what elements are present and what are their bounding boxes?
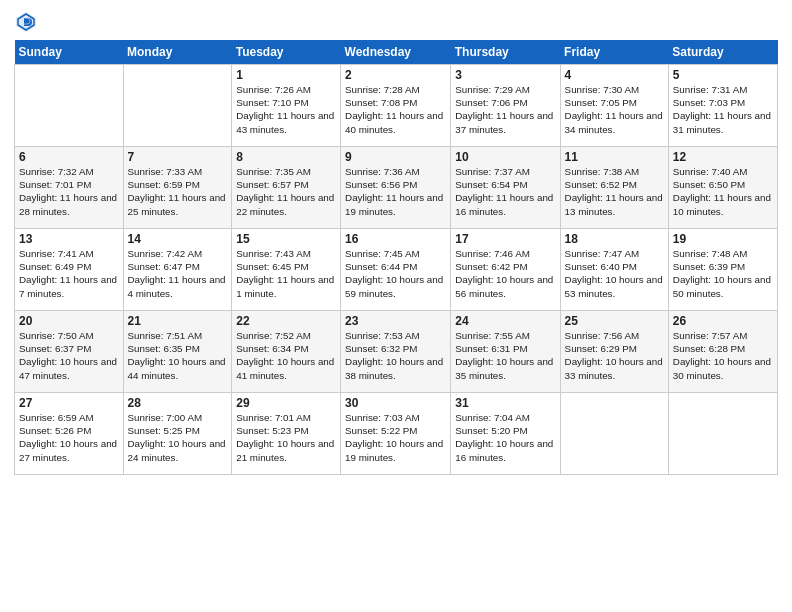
day-info: Sunrise: 7:28 AM Sunset: 7:08 PM Dayligh… bbox=[345, 83, 446, 136]
day-info: Sunrise: 7:01 AM Sunset: 5:23 PM Dayligh… bbox=[236, 411, 336, 464]
day-info: Sunrise: 7:48 AM Sunset: 6:39 PM Dayligh… bbox=[673, 247, 773, 300]
day-cell: 30Sunrise: 7:03 AM Sunset: 5:22 PM Dayli… bbox=[341, 393, 451, 475]
weekday-header-wednesday: Wednesday bbox=[341, 40, 451, 65]
day-cell: 18Sunrise: 7:47 AM Sunset: 6:40 PM Dayli… bbox=[560, 229, 668, 311]
day-cell: 4Sunrise: 7:30 AM Sunset: 7:05 PM Daylig… bbox=[560, 65, 668, 147]
day-number: 26 bbox=[673, 314, 773, 328]
day-cell: 25Sunrise: 7:56 AM Sunset: 6:29 PM Dayli… bbox=[560, 311, 668, 393]
week-row-1: 1Sunrise: 7:26 AM Sunset: 7:10 PM Daylig… bbox=[15, 65, 778, 147]
day-info: Sunrise: 7:26 AM Sunset: 7:10 PM Dayligh… bbox=[236, 83, 336, 136]
day-number: 29 bbox=[236, 396, 336, 410]
weekday-header-saturday: Saturday bbox=[668, 40, 777, 65]
day-cell: 23Sunrise: 7:53 AM Sunset: 6:32 PM Dayli… bbox=[341, 311, 451, 393]
day-cell bbox=[123, 65, 232, 147]
day-number: 4 bbox=[565, 68, 664, 82]
day-info: Sunrise: 7:33 AM Sunset: 6:59 PM Dayligh… bbox=[128, 165, 228, 218]
header bbox=[14, 10, 778, 34]
day-cell: 31Sunrise: 7:04 AM Sunset: 5:20 PM Dayli… bbox=[451, 393, 560, 475]
day-number: 20 bbox=[19, 314, 119, 328]
day-number: 28 bbox=[128, 396, 228, 410]
day-cell: 26Sunrise: 7:57 AM Sunset: 6:28 PM Dayli… bbox=[668, 311, 777, 393]
day-number: 16 bbox=[345, 232, 446, 246]
day-number: 30 bbox=[345, 396, 446, 410]
day-number: 23 bbox=[345, 314, 446, 328]
day-cell: 22Sunrise: 7:52 AM Sunset: 6:34 PM Dayli… bbox=[232, 311, 341, 393]
day-number: 17 bbox=[455, 232, 555, 246]
day-info: Sunrise: 7:56 AM Sunset: 6:29 PM Dayligh… bbox=[565, 329, 664, 382]
weekday-header-tuesday: Tuesday bbox=[232, 40, 341, 65]
day-number: 1 bbox=[236, 68, 336, 82]
day-number: 10 bbox=[455, 150, 555, 164]
day-info: Sunrise: 7:41 AM Sunset: 6:49 PM Dayligh… bbox=[19, 247, 119, 300]
day-info: Sunrise: 7:50 AM Sunset: 6:37 PM Dayligh… bbox=[19, 329, 119, 382]
day-cell: 8Sunrise: 7:35 AM Sunset: 6:57 PM Daylig… bbox=[232, 147, 341, 229]
day-number: 31 bbox=[455, 396, 555, 410]
day-info: Sunrise: 7:55 AM Sunset: 6:31 PM Dayligh… bbox=[455, 329, 555, 382]
day-number: 22 bbox=[236, 314, 336, 328]
day-info: Sunrise: 7:57 AM Sunset: 6:28 PM Dayligh… bbox=[673, 329, 773, 382]
day-number: 14 bbox=[128, 232, 228, 246]
day-number: 18 bbox=[565, 232, 664, 246]
day-cell bbox=[668, 393, 777, 475]
day-number: 13 bbox=[19, 232, 119, 246]
day-cell: 19Sunrise: 7:48 AM Sunset: 6:39 PM Dayli… bbox=[668, 229, 777, 311]
day-cell: 12Sunrise: 7:40 AM Sunset: 6:50 PM Dayli… bbox=[668, 147, 777, 229]
weekday-header-sunday: Sunday bbox=[15, 40, 124, 65]
week-row-5: 27Sunrise: 6:59 AM Sunset: 5:26 PM Dayli… bbox=[15, 393, 778, 475]
day-number: 5 bbox=[673, 68, 773, 82]
day-info: Sunrise: 7:53 AM Sunset: 6:32 PM Dayligh… bbox=[345, 329, 446, 382]
day-info: Sunrise: 7:35 AM Sunset: 6:57 PM Dayligh… bbox=[236, 165, 336, 218]
day-cell: 16Sunrise: 7:45 AM Sunset: 6:44 PM Dayli… bbox=[341, 229, 451, 311]
day-cell: 14Sunrise: 7:42 AM Sunset: 6:47 PM Dayli… bbox=[123, 229, 232, 311]
day-info: Sunrise: 7:31 AM Sunset: 7:03 PM Dayligh… bbox=[673, 83, 773, 136]
day-info: Sunrise: 7:37 AM Sunset: 6:54 PM Dayligh… bbox=[455, 165, 555, 218]
day-cell bbox=[560, 393, 668, 475]
day-cell: 3Sunrise: 7:29 AM Sunset: 7:06 PM Daylig… bbox=[451, 65, 560, 147]
day-info: Sunrise: 7:46 AM Sunset: 6:42 PM Dayligh… bbox=[455, 247, 555, 300]
day-number: 19 bbox=[673, 232, 773, 246]
day-info: Sunrise: 7:03 AM Sunset: 5:22 PM Dayligh… bbox=[345, 411, 446, 464]
day-cell: 6Sunrise: 7:32 AM Sunset: 7:01 PM Daylig… bbox=[15, 147, 124, 229]
week-row-4: 20Sunrise: 7:50 AM Sunset: 6:37 PM Dayli… bbox=[15, 311, 778, 393]
day-cell: 15Sunrise: 7:43 AM Sunset: 6:45 PM Dayli… bbox=[232, 229, 341, 311]
week-row-2: 6Sunrise: 7:32 AM Sunset: 7:01 PM Daylig… bbox=[15, 147, 778, 229]
logo bbox=[14, 10, 42, 34]
day-number: 2 bbox=[345, 68, 446, 82]
day-cell: 17Sunrise: 7:46 AM Sunset: 6:42 PM Dayli… bbox=[451, 229, 560, 311]
logo-icon bbox=[14, 10, 38, 34]
day-info: Sunrise: 7:47 AM Sunset: 6:40 PM Dayligh… bbox=[565, 247, 664, 300]
day-info: Sunrise: 7:04 AM Sunset: 5:20 PM Dayligh… bbox=[455, 411, 555, 464]
day-info: Sunrise: 7:36 AM Sunset: 6:56 PM Dayligh… bbox=[345, 165, 446, 218]
day-info: Sunrise: 7:38 AM Sunset: 6:52 PM Dayligh… bbox=[565, 165, 664, 218]
day-cell: 1Sunrise: 7:26 AM Sunset: 7:10 PM Daylig… bbox=[232, 65, 341, 147]
day-cell: 2Sunrise: 7:28 AM Sunset: 7:08 PM Daylig… bbox=[341, 65, 451, 147]
day-number: 12 bbox=[673, 150, 773, 164]
day-number: 27 bbox=[19, 396, 119, 410]
day-cell: 11Sunrise: 7:38 AM Sunset: 6:52 PM Dayli… bbox=[560, 147, 668, 229]
day-info: Sunrise: 7:00 AM Sunset: 5:25 PM Dayligh… bbox=[128, 411, 228, 464]
page-container: SundayMondayTuesdayWednesdayThursdayFrid… bbox=[0, 0, 792, 481]
day-number: 6 bbox=[19, 150, 119, 164]
day-info: Sunrise: 7:32 AM Sunset: 7:01 PM Dayligh… bbox=[19, 165, 119, 218]
day-cell: 9Sunrise: 7:36 AM Sunset: 6:56 PM Daylig… bbox=[341, 147, 451, 229]
day-info: Sunrise: 6:59 AM Sunset: 5:26 PM Dayligh… bbox=[19, 411, 119, 464]
day-cell: 27Sunrise: 6:59 AM Sunset: 5:26 PM Dayli… bbox=[15, 393, 124, 475]
day-number: 9 bbox=[345, 150, 446, 164]
weekday-header-thursday: Thursday bbox=[451, 40, 560, 65]
day-number: 25 bbox=[565, 314, 664, 328]
day-info: Sunrise: 7:45 AM Sunset: 6:44 PM Dayligh… bbox=[345, 247, 446, 300]
day-cell: 7Sunrise: 7:33 AM Sunset: 6:59 PM Daylig… bbox=[123, 147, 232, 229]
day-info: Sunrise: 7:52 AM Sunset: 6:34 PM Dayligh… bbox=[236, 329, 336, 382]
day-info: Sunrise: 7:51 AM Sunset: 6:35 PM Dayligh… bbox=[128, 329, 228, 382]
day-info: Sunrise: 7:29 AM Sunset: 7:06 PM Dayligh… bbox=[455, 83, 555, 136]
calendar: SundayMondayTuesdayWednesdayThursdayFrid… bbox=[14, 40, 778, 475]
day-cell bbox=[15, 65, 124, 147]
day-cell: 10Sunrise: 7:37 AM Sunset: 6:54 PM Dayli… bbox=[451, 147, 560, 229]
day-cell: 29Sunrise: 7:01 AM Sunset: 5:23 PM Dayli… bbox=[232, 393, 341, 475]
weekday-header-row: SundayMondayTuesdayWednesdayThursdayFrid… bbox=[15, 40, 778, 65]
day-number: 11 bbox=[565, 150, 664, 164]
day-number: 15 bbox=[236, 232, 336, 246]
day-cell: 5Sunrise: 7:31 AM Sunset: 7:03 PM Daylig… bbox=[668, 65, 777, 147]
day-number: 7 bbox=[128, 150, 228, 164]
day-number: 21 bbox=[128, 314, 228, 328]
